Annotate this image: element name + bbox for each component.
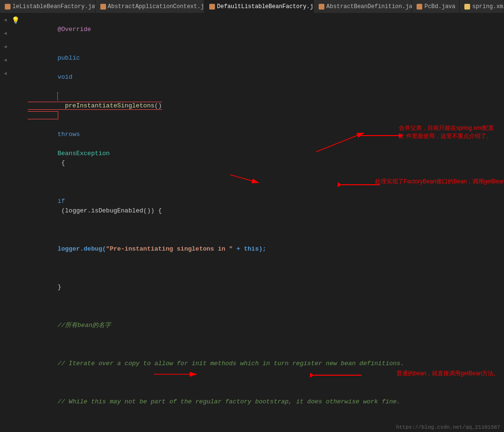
line-8: // While this may not be part of the reg…	[11, 378, 504, 416]
tab-abstractbeandef[interactable]: AbstractBeanDefinition.java ×	[314, 0, 412, 13]
logger: (logger.isDebugEnabled()) {	[57, 207, 161, 214]
line-5: }	[11, 263, 504, 302]
gutter-icon-5: ◀	[2, 70, 9, 76]
comment-while: // While this may not be part of the reg…	[57, 398, 400, 405]
bottom-url-bar: https://blog.csdn.net/qq_21101587	[396, 424, 500, 430]
tab-lelistable[interactable]: leListableBeanFactory.java ×	[0, 0, 96, 13]
line-2: public void preInstantiateSingletons() t…	[11, 44, 504, 178]
tab-label4: AbstractBeanDefinition.java	[326, 3, 419, 10]
gutter-icon-2: ◀	[2, 30, 9, 36]
method-name: preInstantiateSingletons	[65, 102, 154, 109]
annotation-factorybean: 处理实现了FactoryBean接口的Bean，调用getBean方法，都加上一…	[375, 178, 499, 186]
kw-void: void	[57, 74, 72, 81]
space2	[57, 83, 61, 90]
tab-label: leListableBeanFactory.java	[12, 3, 102, 10]
close-paren: );	[259, 245, 267, 253]
tab-defaultlistable[interactable]: DefaultListableBeanFactory.java ×	[204, 0, 314, 13]
brace: {	[57, 159, 65, 167]
type-beansexception: BeansException	[57, 150, 109, 157]
kw-public: public	[57, 54, 80, 62]
kw-throws: throws	[57, 131, 80, 138]
tab-label3: DefaultListableBeanFactory.java	[217, 3, 323, 10]
space	[57, 64, 61, 71]
tab-icon-java4	[319, 4, 324, 10]
gutter-icon-4: ◀	[2, 56, 9, 63]
annotation-merge-parent: 合并父类，目前只能在spring.xml配置文 件里面使用，这里不重点介绍了。	[399, 124, 494, 140]
tab-label5: PcBd.java	[424, 3, 455, 10]
tab-springxml[interactable]: spring.xml	[460, 0, 504, 13]
brace-close: }	[57, 284, 61, 291]
method-name-box: preInstantiateSingletons()	[28, 92, 162, 119]
comment-beannames: //所有bean的名字	[57, 322, 111, 329]
bottom-url-text: https://blog.csdn.net/qq_21101587	[396, 424, 500, 430]
tab-abstractapp[interactable]: AbstractApplicationContext.java ×	[96, 0, 205, 13]
tab-label2: AbstractApplicationContext.java	[108, 3, 214, 10]
tab-pcbd[interactable]: PcBd.java ×	[412, 0, 460, 13]
gutter-icon-3: ◀	[2, 43, 9, 50]
tab-icon-xml	[464, 4, 470, 10]
parens: ()	[154, 102, 162, 109]
tab-icon-java	[5, 4, 11, 10]
tab-icon-java5	[417, 4, 422, 10]
tab-icon-java3	[209, 4, 215, 10]
left-gutter: ◀ ◀ ◀ ◀ ◀	[0, 13, 11, 432]
annotation-getbean-normal: 普通的bean，就直接调用getBean方法。	[397, 369, 499, 378]
space3	[57, 140, 61, 148]
tab-label6: spring.xml	[472, 3, 504, 10]
str-pre-instantiating: "Pre-instantiating singletons in "	[106, 245, 233, 253]
gutter-icon-1: ◀	[2, 16, 9, 23]
line-1: @Override	[11, 15, 504, 44]
kw-if: if	[57, 198, 65, 205]
annotation-override: @Override	[57, 26, 91, 33]
throws	[57, 121, 61, 128]
kw-this: this	[244, 245, 259, 253]
tab-bar: leListableBeanFactory.java × AbstractApp…	[0, 0, 504, 13]
comment-iterate: // Iterate over a copy to allow for init…	[57, 360, 404, 367]
line-6: //所有bean的名字	[11, 302, 504, 340]
line-4: logger.debug("Pre-instantiating singleto…	[11, 225, 504, 263]
editor-container: ◀ ◀ ◀ ◀ ◀ 💡 @Override public void preIns…	[0, 13, 504, 432]
plus-this: +	[233, 245, 244, 253]
logger-debug: logger.debug(	[57, 245, 106, 253]
code-area[interactable]: 💡 @Override public void preInstantiateSi…	[11, 13, 504, 432]
tab-icon-java2	[100, 4, 106, 10]
